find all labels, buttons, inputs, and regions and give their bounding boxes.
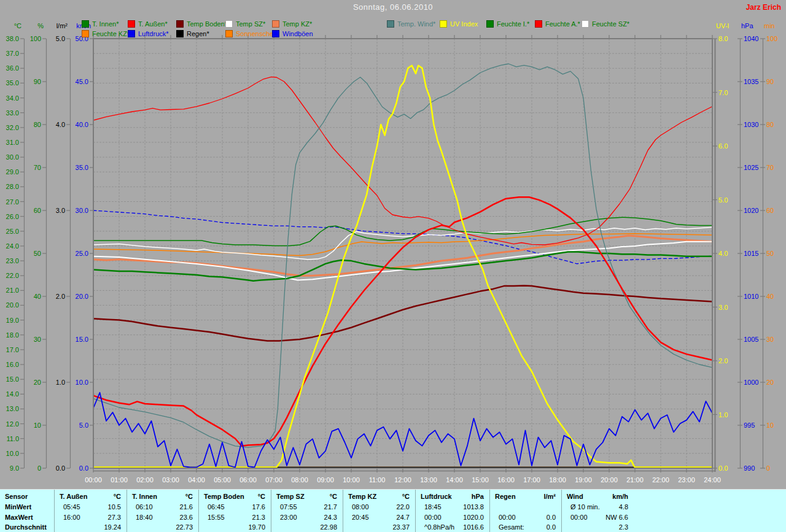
legend-marker-icon <box>82 20 89 28</box>
sensor-name: Temp KZ <box>348 492 376 501</box>
sensor-name: Temp Boden <box>204 492 244 501</box>
svg-text:10.0: 10.0 <box>6 450 19 457</box>
svg-text:9.0: 9.0 <box>10 465 19 472</box>
legend-item-temp-kz-: Temp KZ* <box>272 18 312 26</box>
cell-time: Ø 10 min. <box>570 502 600 512</box>
sensor-name: Regen <box>495 492 516 501</box>
cell-value: 21.6 <box>180 502 193 512</box>
cell-value: 23.6 <box>180 512 193 522</box>
svg-text:16:00: 16:00 <box>497 476 515 484</box>
svg-text:1035: 1035 <box>744 78 758 85</box>
cell-value: 10.5 <box>108 502 121 512</box>
svg-text:90: 90 <box>34 78 41 85</box>
svg-text:70: 70 <box>34 164 41 171</box>
svg-text:31.0: 31.0 <box>6 139 19 146</box>
cell-time: Gesamt: <box>499 522 524 532</box>
svg-text:05:00: 05:00 <box>214 476 231 484</box>
svg-text:34.0: 34.0 <box>6 94 19 102</box>
svg-text:08:00: 08:00 <box>291 476 308 484</box>
cell-time: 16:00 <box>63 512 80 522</box>
svg-text:19:00: 19:00 <box>575 476 592 484</box>
svg-text:21:00: 21:00 <box>626 476 644 484</box>
svg-text:0.0: 0.0 <box>56 465 65 472</box>
svg-text:60: 60 <box>34 207 41 214</box>
legend-item-t-innen-: T. Innen* <box>82 18 119 26</box>
legend-marker-icon <box>176 30 184 37</box>
svg-text:20:00: 20:00 <box>601 476 618 484</box>
table-col-t-au-en: T. Außen°C05:4510.516:0027.319.24 <box>54 490 127 532</box>
svg-text:0.0: 0.0 <box>718 465 728 472</box>
axis-lm2: 5.04.03.02.01.00.0l/m² <box>56 22 70 472</box>
legend-label: Regen* <box>187 30 209 37</box>
svg-text:36.0: 36.0 <box>6 64 19 72</box>
cell-value: NW 6.6 <box>605 512 628 522</box>
cell-value: 21.7 <box>324 502 337 512</box>
svg-text:1025: 1025 <box>744 164 758 171</box>
legend-marker-icon <box>486 20 494 28</box>
cell-value: 1013.8 <box>463 502 484 512</box>
sensor-name: T. Außen <box>60 492 87 501</box>
svg-text:13:00: 13:00 <box>420 476 437 484</box>
svg-text:25.0: 25.0 <box>76 250 88 257</box>
svg-text:24.0: 24.0 <box>6 242 19 250</box>
svg-text:18.0: 18.0 <box>6 331 19 339</box>
cell-time: 18:45 <box>424 502 442 512</box>
axis-kmh: 50.045.040.035.030.025.020.015.010.05.00… <box>76 22 93 472</box>
legend-label: Temp Boden* <box>187 20 227 28</box>
svg-text:7.0: 7.0 <box>718 89 728 96</box>
sensor-name: Wind <box>567 492 583 501</box>
legend-item-feuchte-a-: Feuchte A.* <box>535 18 580 26</box>
svg-text:15.0: 15.0 <box>6 376 19 383</box>
cell-value: 23.37 <box>392 522 410 532</box>
svg-text:01:00: 01:00 <box>111 476 128 484</box>
sensor-unit: °C <box>330 492 337 501</box>
legend-marker-icon <box>387 20 394 28</box>
cell-value: 22.0 <box>397 502 410 512</box>
cell-value: 21.3 <box>252 512 265 522</box>
svg-text:27.0: 27.0 <box>6 198 19 206</box>
axis-hpa: 1040103510301025102010151010100510009959… <box>737 22 758 472</box>
svg-text:1.0: 1.0 <box>718 411 728 418</box>
legend-label: UV Index <box>450 20 478 28</box>
cell-value: 27.3 <box>108 512 121 522</box>
cell-time: 06:10 <box>136 502 153 512</box>
weather-app-window: Sonntag, 06.06.2010 Jarz Erich 38.037.03… <box>0 0 786 532</box>
cell-time: 20:45 <box>352 512 369 522</box>
svg-text:30.0: 30.0 <box>76 207 88 214</box>
legend-marker-icon <box>225 30 233 37</box>
axis-degC: 38.037.036.035.034.033.032.031.030.029.0… <box>6 22 24 472</box>
svg-text:19.0: 19.0 <box>6 317 19 324</box>
table-row-labels: SensorMinWertMaxWertDurchschnitt <box>0 490 54 532</box>
cell-value: 24.7 <box>397 512 410 522</box>
legend-label: T. Außen* <box>138 20 168 28</box>
svg-text:10:00: 10:00 <box>343 476 360 484</box>
sensor-unit: °C <box>114 492 121 501</box>
svg-text:15:00: 15:00 <box>472 476 489 484</box>
svg-text:22:00: 22:00 <box>652 476 669 484</box>
svg-text:1000: 1000 <box>744 379 758 386</box>
sensor-unit: hPa <box>472 492 484 501</box>
svg-text:23:00: 23:00 <box>678 476 695 484</box>
svg-text:45.0: 45.0 <box>76 78 88 85</box>
svg-text:37.0: 37.0 <box>6 50 19 57</box>
legend-item-luftdruck-: Luftdruck* <box>128 28 169 36</box>
svg-text:22.0: 22.0 <box>6 272 19 279</box>
svg-text:1010: 1010 <box>744 293 758 300</box>
cell-value: 0.0 <box>547 512 556 522</box>
legend-label: Feuchte KZ* <box>92 30 130 37</box>
svg-text:80: 80 <box>766 121 774 128</box>
cell-value: 2.3 <box>619 522 628 532</box>
cell-time: 00:00 <box>499 512 516 522</box>
legend-label: Temp SZ* <box>236 20 265 28</box>
svg-text:6.0: 6.0 <box>718 142 728 150</box>
table-col-temp-kz: Temp KZ°C08:0022.020:4524.723.37 <box>343 490 416 532</box>
svg-text:50: 50 <box>766 250 774 257</box>
cell-time: 23:00 <box>280 512 297 522</box>
sensor-name: Luftdruck <box>421 492 452 501</box>
svg-text:90: 90 <box>766 78 774 85</box>
table-col-temp-boden: Temp Boden°C06:4517.615:5521.319.70 <box>198 490 271 532</box>
svg-text:10: 10 <box>34 422 41 429</box>
sensor-unit: l/m² <box>543 492 556 501</box>
svg-text:990: 990 <box>744 465 755 472</box>
svg-text:1005: 1005 <box>744 336 758 343</box>
